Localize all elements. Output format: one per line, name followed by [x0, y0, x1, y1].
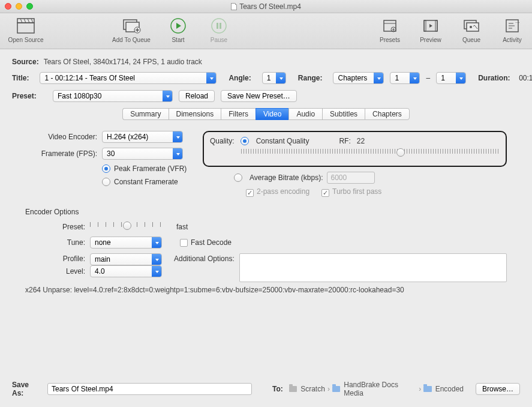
duration-value: 00:12:14: [519, 74, 532, 82]
document-icon: [231, 3, 237, 10]
svg-line-2: [20, 19, 22, 23]
profile-label: Profile:: [25, 253, 85, 263]
constant-quality-radio[interactable]: [241, 137, 249, 145]
svg-rect-14: [217, 23, 218, 29]
peak-framerate-radio[interactable]: [102, 164, 110, 173]
window-controls: [5, 3, 33, 10]
chevron-right-icon: ›: [327, 385, 330, 393]
tab-chapters[interactable]: Chapters: [365, 108, 410, 120]
range-label: Range:: [298, 74, 323, 82]
footer: Save As: To: Scratch › HandBrake Docs Me…: [12, 381, 520, 397]
tab-audio[interactable]: Audio: [288, 108, 322, 120]
reload-button[interactable]: Reload: [179, 90, 215, 102]
presets-button[interactable]: Presets: [375, 16, 405, 43]
quality-slider[interactable]: [241, 149, 500, 158]
save-new-preset-button[interactable]: Save New Preset…: [221, 90, 297, 102]
preset-label: Preset:: [12, 92, 42, 100]
title-label: Title:: [12, 74, 29, 82]
presets-icon: [383, 16, 397, 36]
window-title: Tears Of Steel.mp4: [0, 2, 532, 11]
queue-icon: [463, 16, 480, 36]
range-to-select[interactable]: 1: [436, 72, 466, 84]
destination-path[interactable]: Scratch › HandBrake Docs Media › Encoded: [289, 381, 464, 397]
folder-icon: [289, 386, 297, 392]
start-button[interactable]: Start: [163, 16, 193, 43]
avg-bitrate-radio[interactable]: [234, 173, 242, 182]
tune-label: Tune:: [25, 238, 85, 247]
profile-select[interactable]: main: [90, 253, 162, 265]
enc-preset-label: Preset:: [25, 223, 85, 231]
source-value: Tears Of Steel, 3840x1714, 24 FPS, 1 aud…: [44, 58, 202, 66]
tune-select[interactable]: none: [90, 237, 162, 249]
constant-quality-label: Constant Quality: [256, 137, 309, 145]
enc-preset-value: fast: [176, 223, 188, 231]
source-label: Source:: [12, 58, 39, 66]
angle-label: Angle:: [229, 74, 251, 82]
tab-summary[interactable]: Summary: [122, 108, 168, 120]
rf-label: RF:: [339, 137, 350, 145]
video-encoder-select[interactable]: H.264 (x264): [102, 131, 183, 143]
queue-button[interactable]: Queue: [456, 16, 486, 43]
svg-rect-23: [424, 20, 426, 31]
title-select[interactable]: 1 - 00:12:14 - Tears Of Steel: [40, 72, 217, 84]
range-mode-select[interactable]: Chapters: [333, 72, 384, 84]
tab-video[interactable]: Video: [256, 108, 288, 120]
quality-label: Quality:: [210, 137, 235, 145]
angle-select[interactable]: 1: [262, 72, 286, 84]
add-queue-icon: [122, 16, 141, 36]
preset-select[interactable]: Fast 1080p30: [53, 90, 173, 102]
fast-decode-label: Fast Decode: [191, 238, 232, 247]
duration-label: Duration:: [478, 74, 508, 82]
pause-icon: [211, 16, 227, 36]
preview-button[interactable]: Preview: [416, 16, 446, 43]
enc-preset-slider[interactable]: [90, 222, 168, 232]
titlebar: Tears Of Steel.mp4: [0, 0, 532, 13]
clapperboard-icon: [17, 16, 35, 36]
svg-rect-0: [17, 23, 34, 33]
level-select[interactable]: 4.0: [90, 265, 162, 277]
chevron-right-icon: ›: [419, 385, 421, 393]
peak-framerate-label: Peak Framerate (VFR): [114, 164, 187, 173]
activity-button[interactable]: ⋯ Activity: [497, 16, 527, 43]
video-encoder-label: Video Encoder:: [25, 133, 97, 141]
svg-rect-24: [435, 20, 437, 31]
folder-icon: [423, 386, 431, 392]
open-source-button[interactable]: Open Source: [5, 16, 47, 43]
activity-icon: ⋯: [505, 16, 519, 36]
two-pass-label: 2-pass encoding: [257, 187, 309, 196]
additional-options-input[interactable]: [239, 253, 507, 282]
svg-point-13: [212, 19, 226, 33]
avg-bitrate-input[interactable]: [327, 172, 375, 184]
svg-text:⋯: ⋯: [515, 20, 519, 25]
minimize-window-button[interactable]: [16, 3, 22, 10]
save-as-input[interactable]: [47, 383, 252, 395]
svg-line-4: [28, 19, 29, 23]
svg-point-27: [470, 26, 472, 28]
close-window-button[interactable]: [5, 3, 11, 10]
tab-dimensions[interactable]: Dimensions: [169, 108, 221, 120]
pause-button[interactable]: Pause: [204, 16, 234, 43]
fast-decode-checkbox[interactable]: [180, 239, 188, 247]
range-dash: –: [426, 74, 430, 82]
add-to-queue-button[interactable]: Add To Queue: [110, 16, 152, 43]
save-as-label: Save As:: [12, 381, 41, 397]
toolbar: Open Source Add To Queue Start Pause Pre…: [0, 13, 532, 49]
tab-subtitles[interactable]: Subtitles: [322, 108, 365, 120]
x264-unparse: x264 Unparse: level=4.0:ref=2:8x8dct=0:w…: [25, 286, 507, 294]
tab-filters[interactable]: Filters: [221, 108, 256, 120]
browse-button[interactable]: Browse…: [476, 383, 520, 395]
to-label: To:: [272, 385, 283, 393]
tabs: Summary Dimensions Filters Video Audio S…: [12, 108, 520, 120]
turbo-checkbox[interactable]: [321, 189, 329, 197]
encoder-options-header: Encoder Options: [25, 208, 507, 216]
svg-line-3: [24, 19, 26, 23]
fps-label: Framerate (FPS):: [25, 149, 97, 158]
preview-icon: [423, 16, 438, 36]
zoom-window-button[interactable]: [26, 3, 33, 10]
two-pass-checkbox[interactable]: [246, 189, 254, 197]
range-from-select[interactable]: 1: [390, 72, 420, 84]
svg-marker-22: [429, 24, 432, 28]
svg-rect-15: [220, 23, 221, 29]
fps-select[interactable]: 30: [102, 148, 183, 160]
constant-framerate-radio[interactable]: [102, 178, 110, 186]
